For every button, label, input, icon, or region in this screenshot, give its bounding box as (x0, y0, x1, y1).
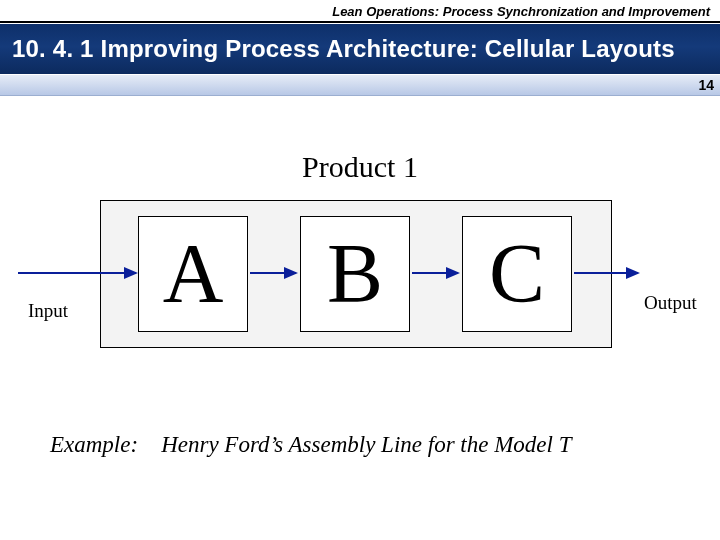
station-c: C (462, 216, 572, 332)
slide: Lean Operations: Process Synchronization… (0, 0, 720, 540)
sub-bar: 14 (0, 74, 720, 96)
course-title: Lean Operations: Process Synchronization… (332, 4, 710, 19)
page-number: 14 (698, 77, 714, 93)
arrow-b-to-c (412, 272, 458, 274)
output-label: Output (644, 292, 697, 314)
slide-title: 10. 4. 1 Improving Process Architecture:… (0, 35, 675, 63)
station-a: A (138, 216, 248, 332)
input-label: Input (28, 300, 68, 322)
station-b: B (300, 216, 410, 332)
title-bar: 10. 4. 1 Improving Process Architecture:… (0, 24, 720, 74)
course-header: Lean Operations: Process Synchronization… (0, 0, 720, 24)
diagram-cell: A B C (100, 200, 612, 348)
arrow-input-to-a (18, 272, 136, 274)
arrow-a-to-b (250, 272, 296, 274)
product-label: Product 1 (0, 150, 720, 184)
arrow-c-to-output (574, 272, 638, 274)
example-lead: Example: (50, 432, 138, 457)
example-caption: Example: Henry Ford’s Assembly Line for … (50, 432, 690, 458)
example-text: Henry Ford’s Assembly Line for the Model… (161, 432, 571, 457)
